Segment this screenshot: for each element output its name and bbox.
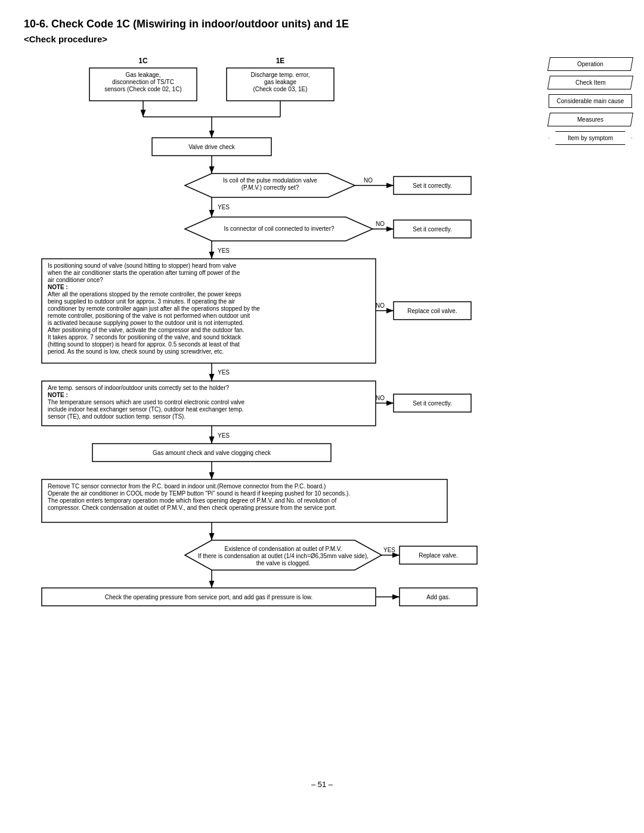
q3-note-label: NOTE : <box>48 284 68 290</box>
set-correctly-3-text: Set it correctly. <box>413 400 451 407</box>
1c-label: 1C <box>138 57 148 65</box>
q5-text2: If there is condensation at outlet (1/4 … <box>198 553 369 559</box>
q1-yes-label: YES <box>218 204 230 210</box>
legend-considerable-label: Considerable main cause <box>557 98 624 104</box>
q3-no-label: NO <box>376 302 385 309</box>
page-number: – 51 – <box>24 780 620 789</box>
set-correctly-1-text: Set it correctly. <box>413 182 451 189</box>
flow-area: 1C 1E Gas leakage, disconnection of TS/T… <box>24 51 537 768</box>
box-1c-text1: Gas leakage, <box>126 72 161 78</box>
set-correctly-2-text: Set it correctly. <box>413 226 451 233</box>
q3-text12: period. As the sound is low, check sound… <box>48 348 224 355</box>
box-1c-text3: sensors (Check code 02, 1C) <box>104 86 182 92</box>
remove-tc-text2: Operate the air conditioner in COOL mode… <box>48 490 350 497</box>
q3-yes-label: YES <box>218 369 230 376</box>
q3-text7: remote controller, positioning of the va… <box>48 312 250 319</box>
q1-text1: Is coil of the pulse modulation valve <box>223 177 317 184</box>
legend-area: Operation Check Item Considerable main c… <box>549 57 632 768</box>
q4-text1: Are temp. sensors of indoor/outdoor unit… <box>48 385 229 391</box>
q3-text9: After positioning of the valve, activate… <box>48 327 244 333</box>
replace-valve-text: Replace valve. <box>419 552 458 559</box>
q3-text2: when the air conditioner starts the oper… <box>47 270 240 276</box>
q3-text1: Is positioning sound of valve (sound hit… <box>48 262 237 269</box>
1e-label: 1E <box>276 57 285 65</box>
q2-text: Is connector of coil connected to invert… <box>224 225 335 232</box>
legend-considerable: Considerable main cause <box>549 94 632 108</box>
legend-checkitem-label: Check Item <box>575 79 606 86</box>
gas-check-text: Gas amount check and valve clogging chec… <box>153 450 271 456</box>
page-title: 10-6. Check Code 1C (Miswiring in indoor… <box>24 18 620 30</box>
q4-text4: sensor (TE), and outdoor suction temp. s… <box>48 413 185 420</box>
legend-symptom: Item by symptom <box>549 131 632 145</box>
box-1c-text2: disconnection of TS/TC <box>112 79 174 85</box>
q4-text3: include indoor heat exchanger sensor (TC… <box>48 406 244 413</box>
q4-yes-label: YES <box>218 432 230 439</box>
remove-tc-text1: Remove TC sensor connector from the P.C.… <box>48 483 326 490</box>
add-gas-text: Add gas. <box>426 594 450 600</box>
remove-tc-text3: The operation enters temporary operation… <box>48 497 336 504</box>
q2-yes-label: YES <box>218 247 230 254</box>
q4-note-label: NOTE : <box>48 392 68 398</box>
q4-no-label: NO <box>376 395 385 401</box>
q1-text2: (P.M.V.) correctly set? <box>242 184 299 191</box>
q3-text4: After all the operations stopped by the … <box>48 291 242 298</box>
legend-measures: Measures <box>549 113 632 126</box>
q5-text3: the valve is clogged. <box>256 560 311 566</box>
q5-text1: Existence of condensation at outlet of P… <box>225 546 342 552</box>
valve-drive-text: Valve drive check <box>188 144 236 150</box>
q2-no-label: NO <box>376 221 385 227</box>
q1-no-label: NO <box>364 177 373 184</box>
page-subtitle: <Check procedure> <box>24 34 620 44</box>
box-1e-text3: (Check code 03, 1E) <box>253 86 307 92</box>
legend-symptom-label: Item by symptom <box>568 135 613 141</box>
replace-coil-text: Replace coil valve. <box>407 308 457 314</box>
box-1e-text1: Discharge temp. error, <box>251 72 310 78</box>
legend-operation-label: Operation <box>577 61 603 67</box>
q4-text2: The temperature sensors which are used t… <box>48 399 245 405</box>
q3-text11: (hitting sound to stopper) is heard for … <box>48 341 240 348</box>
q3-text3: air conditioner once? <box>48 277 103 283</box>
q3-text5: being supplied to outdoor unit for appro… <box>48 298 236 305</box>
main-container: 1C 1E Gas leakage, disconnection of TS/T… <box>24 51 620 768</box>
legend-checkitem: Check Item <box>549 76 632 89</box>
q5-yes-label: YES <box>383 547 395 553</box>
remove-tc-text4: compressor. Check condensation at outlet… <box>48 504 336 511</box>
legend-measures-label: Measures <box>577 116 603 123</box>
q3-text10: It takes approx. 7 seconds for positioni… <box>48 334 242 340</box>
add-gas-check-text: Check the operating pressure from servic… <box>105 594 313 600</box>
q3-text8: is activated because supplying power to … <box>48 320 244 326</box>
legend-operation: Operation <box>549 57 632 71</box>
box-1e-text2: gas leakage <box>264 79 296 85</box>
q3-text6: conditioner by remote controller again j… <box>48 305 260 312</box>
